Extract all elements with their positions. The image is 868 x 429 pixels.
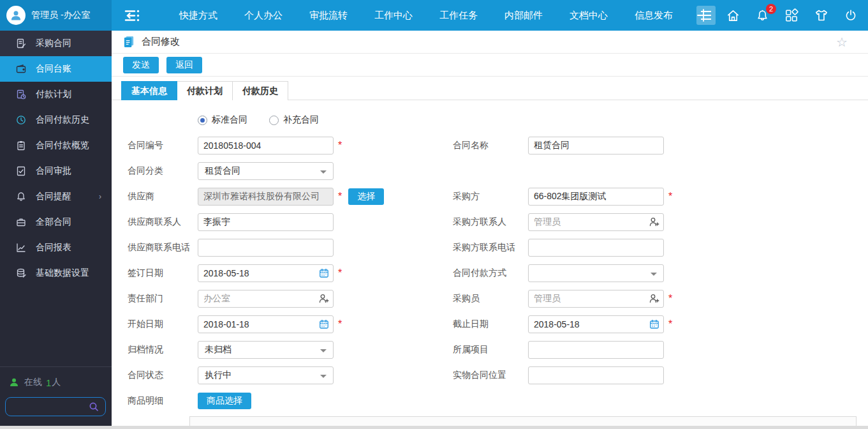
form-row-physical-location: 实物合同位置 xyxy=(453,363,672,388)
form-row-contract-number: 合同编号 * xyxy=(128,133,384,158)
goods-select-button[interactable]: 商品选择 xyxy=(198,393,251,409)
supplier-phone-input[interactable] xyxy=(198,239,334,257)
contract-name-input[interactable] xyxy=(528,137,664,154)
calendar-icon[interactable] xyxy=(319,268,329,278)
menu-item-personal-office[interactable]: 个人办公 xyxy=(231,0,296,31)
sidebar-item-label: 合同付款概览 xyxy=(36,140,89,151)
user-icon xyxy=(10,9,22,22)
sidebar-item-label: 采购合同 xyxy=(36,38,71,49)
radio-label: 补充合同 xyxy=(283,114,319,126)
payment-plan-icon xyxy=(15,89,26,100)
menu-item-document-center[interactable]: 文档中心 xyxy=(556,0,621,31)
form-column-left: 合同编号 * 合同分类 租赁合同 供应商 * 选择 xyxy=(128,133,384,414)
tab-payment-history[interactable]: 付款历史 xyxy=(233,81,288,100)
field-label: 合同编号 xyxy=(128,140,198,151)
sidebar-item-base-data-settings[interactable]: 基础数据设置 xyxy=(0,260,112,286)
sidebar-item-contract-reports[interactable]: 合同报表 xyxy=(0,235,112,260)
required-marker: * xyxy=(338,269,342,278)
bell-small-icon xyxy=(15,192,26,202)
form-row-contract-status: 合同状态 执行中 xyxy=(128,363,384,388)
tab-basic-info[interactable]: 基本信息 xyxy=(121,81,177,100)
back-button[interactable]: 返回 xyxy=(166,57,202,73)
power-icon[interactable] xyxy=(844,8,858,22)
form-row-supplier-contact: 供应商联系人 xyxy=(128,209,384,235)
responsible-dept-input[interactable] xyxy=(198,290,334,308)
search-icon[interactable] xyxy=(89,402,99,412)
menu-item-shortcuts[interactable]: 快捷方式 xyxy=(166,0,231,31)
purchaser-phone-input[interactable] xyxy=(528,239,664,257)
archive-status-select[interactable]: 未归档 xyxy=(198,341,334,359)
field-label: 责任部门 xyxy=(128,293,198,305)
select-value: 租赁合同 xyxy=(205,165,240,177)
bell-icon[interactable]: 2 xyxy=(755,8,770,23)
sidebar-item-all-contracts[interactable]: 全部合同 xyxy=(0,209,112,235)
plus-icon[interactable] xyxy=(696,8,711,23)
sidebar-item-contract-ledger[interactable]: 合同台账 xyxy=(0,56,112,82)
favorite-star-icon[interactable]: ☆ xyxy=(836,34,848,50)
purchaser-input[interactable] xyxy=(528,188,664,206)
sidebar-item-payment-history[interactable]: 合同付款历史 xyxy=(0,107,112,133)
clock-icon xyxy=(15,115,26,125)
sign-date-input[interactable] xyxy=(198,264,334,282)
sidebar-item-contract-approval[interactable]: 合同审批 xyxy=(0,158,112,184)
sidebar-item-label: 合同付款历史 xyxy=(36,114,89,126)
physical-location-input[interactable] xyxy=(528,366,664,384)
supplier-select-button[interactable]: 选择 xyxy=(348,188,384,205)
radio-unselected-icon xyxy=(269,116,279,125)
sidebar-item-label: 合同报表 xyxy=(36,242,71,253)
contract-category-select[interactable]: 租赁合同 xyxy=(198,162,334,180)
form-row-buyer: 采购员 * xyxy=(453,286,672,312)
online-label: 在线 xyxy=(24,377,42,388)
person-add-icon[interactable] xyxy=(649,294,659,303)
menu-item-internal-mail[interactable]: 内部邮件 xyxy=(491,0,556,31)
home-icon[interactable] xyxy=(726,8,740,23)
form-row-supplier: 供应商 * 选择 xyxy=(128,184,384,209)
sidebar-item-purchase-contract[interactable]: 采购合同 xyxy=(0,31,112,56)
form-column-right: 合同名称 采购方 * 采购方联系人 采购方联系电话 xyxy=(453,133,672,388)
field-label: 采购方 xyxy=(453,191,528,202)
buyer-input[interactable] xyxy=(528,290,664,308)
field-label: 合同分类 xyxy=(128,165,198,177)
project-input[interactable] xyxy=(528,341,664,359)
menu-item-approval-flow[interactable]: 审批流转 xyxy=(296,0,361,31)
menu-item-work-tasks[interactable]: 工作任务 xyxy=(426,0,491,31)
person-add-icon[interactable] xyxy=(319,294,329,303)
chevron-down-icon xyxy=(320,349,327,352)
tab-payment-plan[interactable]: 付款计划 xyxy=(177,81,233,100)
apps-grid-icon[interactable] xyxy=(784,8,799,23)
sidebar-item-payment-plan[interactable]: 付款计划 xyxy=(0,82,112,107)
contract-number-input[interactable] xyxy=(198,137,334,154)
sidebar-item-label: 合同台账 xyxy=(36,63,71,75)
form-row-contract-category: 合同分类 租赁合同 xyxy=(128,158,384,184)
radio-standard-contract[interactable]: 标准合同 xyxy=(198,114,247,126)
end-date-input[interactable] xyxy=(528,315,664,333)
purchaser-contact-input[interactable] xyxy=(528,213,664,231)
field-label: 合同名称 xyxy=(453,140,528,151)
form-row-end-date: 截止日期 * xyxy=(453,312,672,337)
user-block[interactable]: 管理员 -办公室 xyxy=(0,0,112,31)
document-icon xyxy=(123,36,135,48)
calendar-icon[interactable] xyxy=(319,319,329,329)
sidebar-search-input[interactable] xyxy=(6,402,89,412)
form-row-start-date: 开始日期 * xyxy=(128,312,384,337)
contract-status-select[interactable]: 执行中 xyxy=(198,366,334,384)
field-label: 实物合同位置 xyxy=(453,370,528,381)
send-button[interactable]: 发送 xyxy=(123,57,159,73)
payment-method-select[interactable] xyxy=(528,264,664,282)
field-label: 归档情况 xyxy=(128,344,198,356)
radio-supplement-contract[interactable]: 补充合同 xyxy=(269,114,319,126)
menu-item-info-publish[interactable]: 信息发布 xyxy=(621,0,686,31)
calendar-icon[interactable] xyxy=(649,319,659,329)
required-marker: * xyxy=(338,320,342,329)
collapse-menu-icon[interactable] xyxy=(124,9,142,22)
theme-shirt-icon[interactable] xyxy=(814,8,829,23)
supplier-contact-input[interactable] xyxy=(198,213,334,231)
menu-item-work-center[interactable]: 工作中心 xyxy=(361,0,426,31)
tab-strip: 基本信息 付款计划 付款历史 xyxy=(112,77,868,100)
form-row-sign-date: 签订日期 * xyxy=(128,260,384,286)
avatar xyxy=(6,6,26,25)
start-date-input[interactable] xyxy=(198,315,334,333)
sidebar-item-payment-overview[interactable]: 合同付款概览 xyxy=(0,133,112,158)
person-add-icon[interactable] xyxy=(649,217,659,227)
sidebar-item-contract-reminder[interactable]: 合同提醒 › xyxy=(0,184,112,209)
